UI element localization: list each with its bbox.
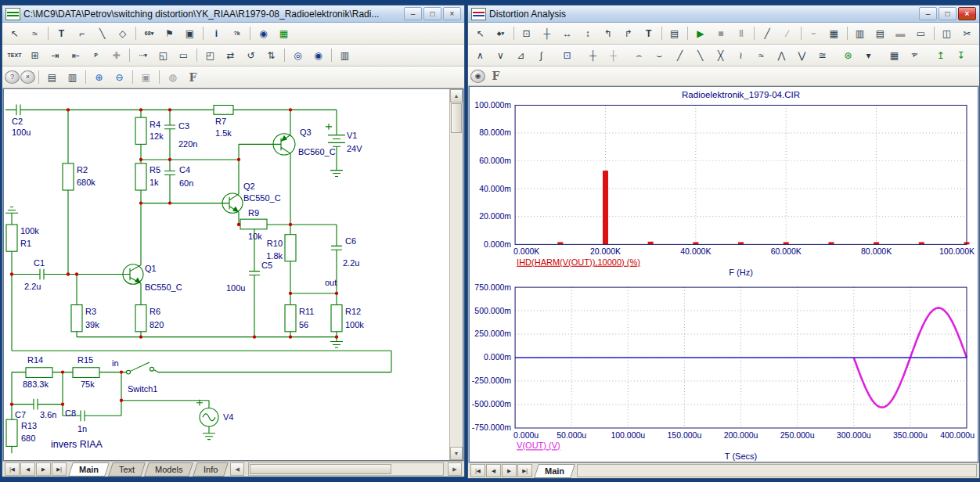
r7-value[interactable]: 1.5k [215, 128, 232, 138]
minimize-button[interactable]: ‒ [404, 7, 422, 20]
q2-label[interactable]: Q2 [243, 182, 255, 191]
run-icon[interactable]: ▶ [690, 25, 710, 42]
text-tool-icon[interactable]: T [639, 25, 658, 42]
q1-model[interactable]: BC550_C [145, 282, 182, 292]
info-page-icon[interactable]: ▥ [335, 47, 355, 64]
go-to-performance-icon[interactable]: ⊛ [838, 47, 858, 64]
r4-value[interactable]: 12k [150, 132, 164, 142]
switch-label[interactable]: Switch1 [128, 384, 157, 394]
text-mode-icon[interactable]: T [52, 25, 71, 42]
resistor-r10[interactable] [285, 235, 296, 261]
scroll-left-button[interactable]: ◀ [230, 462, 244, 476]
scissors-icon[interactable]: ✂ [957, 25, 977, 42]
rising-edge-icon[interactable]: ╱ [670, 47, 690, 64]
mirror-icon[interactable]: ⇄ [221, 47, 240, 64]
resistor-r2[interactable] [63, 164, 74, 190]
scroll-down-button[interactable]: ▼ [450, 447, 463, 460]
v4-label[interactable]: V4 [223, 412, 233, 422]
next-page-button[interactable]: ▶ [502, 464, 517, 477]
harmonic-bar[interactable] [648, 242, 654, 245]
next-page-button[interactable]: ▶ [36, 462, 51, 476]
r1-value[interactable]: 100k [20, 226, 39, 236]
maximize-button[interactable]: □ [939, 7, 957, 20]
first-page-button[interactable]: |◀ [5, 462, 20, 476]
c6-value[interactable]: 2.2u [343, 258, 359, 268]
scale-mode-icon[interactable]: ⊡ [517, 25, 536, 42]
c2-value[interactable]: 100u [12, 128, 31, 137]
schematic-drawing[interactable]: C2 100u R2 680k R4 12k C3 220n R7 1.5k Q… [4, 89, 449, 460]
q3-label[interactable]: Q3 [300, 128, 312, 137]
copy-page-icon[interactable]: ▥ [63, 69, 82, 86]
slope-icon[interactable]: ⊿ [511, 47, 531, 64]
flip-vertical-icon[interactable]: ⇅ [261, 47, 281, 64]
v1-value[interactable]: 24V [347, 144, 362, 153]
crossing-icon[interactable]: ╳ [711, 47, 730, 64]
capacitor-c1[interactable] [40, 269, 44, 280]
c6-label[interactable]: C6 [345, 237, 356, 246]
r3-label[interactable]: R3 [85, 307, 96, 316]
tab-info[interactable]: Info [193, 462, 229, 477]
help-mode-icon[interactable]: ?k [227, 25, 247, 42]
r3-value[interactable]: 39k [85, 320, 99, 329]
last-page-button[interactable]: ▶| [517, 464, 532, 477]
capacitor-c3[interactable] [164, 125, 175, 129]
r1-label[interactable]: R1 [20, 239, 31, 248]
resistor-r12[interactable] [331, 305, 342, 332]
r5-label[interactable]: R5 [150, 166, 160, 175]
r15-value[interactable]: 75k [81, 379, 95, 389]
close-button[interactable]: × [958, 7, 976, 20]
resistor-r5[interactable] [135, 164, 146, 190]
r2-label[interactable]: R2 [77, 166, 88, 175]
r10-value[interactable]: 1.8k [266, 251, 283, 261]
source-v4[interactable] [196, 400, 218, 426]
schematic-caption[interactable]: invers RIAA [51, 439, 103, 450]
analysis-options-dropdown[interactable]: ▾ [859, 47, 878, 64]
maximize-button[interactable]: □ [423, 7, 441, 20]
integral-icon[interactable]: ∫ [531, 47, 551, 64]
resistor-r3[interactable] [71, 305, 82, 332]
r11-label[interactable]: R11 [299, 307, 314, 316]
cursor-right-icon[interactable]: ┼ [603, 47, 623, 64]
transistor-q2[interactable] [222, 193, 243, 213]
grid-display-dropdown[interactable]: ⋯▾ [133, 47, 153, 64]
zoom-region-icon[interactable]: ⊡ [557, 47, 577, 64]
cross-area-icon[interactable]: ◱ [153, 47, 173, 64]
font-icon[interactable]: F [486, 67, 506, 85]
select-mode-icon[interactable]: ↖ [5, 25, 24, 42]
r9-label[interactable]: R9 [248, 208, 259, 218]
capacitor-c5[interactable] [249, 272, 260, 275]
schematic-window-titlebar[interactable]: C:\MC9\DATA\Petrov\switching distortion\… [2, 5, 464, 23]
component-history-dropdown[interactable]: 68▾ [139, 25, 159, 42]
status-ball-icon[interactable]: ◉ [470, 70, 485, 83]
baseline-icon[interactable]: ▬ [891, 25, 910, 42]
resistor-r14[interactable] [26, 368, 52, 378]
r14-value[interactable]: 883.3k [23, 379, 49, 389]
wave-analysis-icon[interactable]: ≀ [731, 47, 751, 64]
r2-value[interactable]: 680k [77, 178, 95, 187]
tab-models[interactable]: Models [144, 462, 193, 477]
image-capture-icon[interactable]: ▣ [136, 69, 156, 86]
battery-v1[interactable] [326, 124, 345, 146]
r4-label[interactable]: R4 [150, 120, 160, 129]
c3-value[interactable]: 220n [178, 139, 197, 149]
r5-value[interactable]: 1k [150, 178, 159, 187]
wire-mode-icon[interactable]: ≈ [25, 25, 45, 42]
tab-main[interactable]: Main [68, 462, 110, 477]
spectrum-icon[interactable]: ⋀ [772, 47, 791, 64]
switch-sw1[interactable] [127, 362, 154, 374]
scroll-right-button[interactable]: ▶ [448, 462, 462, 476]
r6-value[interactable]: 820 [150, 320, 164, 329]
horizontal-axis-icon[interactable]: ▭ [911, 25, 931, 42]
q3-model[interactable]: BC560_C [298, 147, 336, 156]
graphics-shape-icon[interactable]: ◇ [113, 25, 132, 42]
resistor-r7[interactable] [214, 106, 233, 115]
c7-label[interactable]: C7 [15, 410, 26, 419]
local-min-icon[interactable]: ⌣ [650, 47, 669, 64]
waveform-series-label[interactable]: V(OUT) (V) [517, 441, 560, 451]
plus-minus-scale-icon[interactable]: ▤ [870, 25, 890, 42]
capacitor-c6[interactable] [331, 246, 342, 250]
resistor-r13[interactable] [6, 419, 17, 446]
last-page-button[interactable]: ▶| [52, 462, 67, 476]
performance-tag-icon[interactable]: 'P' [905, 47, 924, 64]
q1-label[interactable]: Q1 [145, 264, 157, 273]
